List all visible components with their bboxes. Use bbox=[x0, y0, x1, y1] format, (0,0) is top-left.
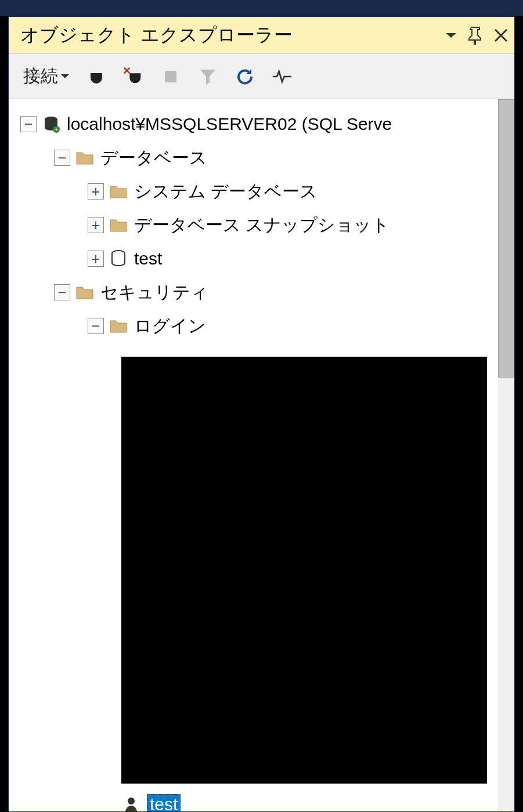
server-label: localhost¥MSSQLSERVER02 (SQL Serve bbox=[67, 114, 392, 134]
expand-icon[interactable]: + bbox=[88, 251, 104, 267]
connect-label: 接続 bbox=[23, 64, 58, 88]
collapse-icon[interactable]: − bbox=[20, 116, 37, 132]
folder-icon bbox=[75, 282, 95, 302]
tree-node-security[interactable]: − セキュリティ bbox=[9, 276, 514, 309]
system-databases-label: システム データベース bbox=[134, 180, 318, 204]
vertical-scrollbar[interactable] bbox=[498, 99, 514, 811]
close-icon[interactable] bbox=[493, 28, 508, 43]
tree-node-databases[interactable]: − データベース bbox=[9, 141, 514, 175]
stop-icon[interactable] bbox=[160, 66, 181, 87]
security-label: セキュリティ bbox=[100, 281, 208, 304]
panel-title: オブジェクト エクスプローラー bbox=[20, 23, 445, 48]
object-explorer-panel: オブジェクト エクスプローラー 接続 bbox=[8, 16, 515, 812]
tree-node-system-databases[interactable]: + システム データベース bbox=[9, 175, 514, 208]
window-top-border bbox=[0, 0, 523, 16]
dropdown-icon[interactable] bbox=[445, 31, 457, 39]
filter-icon[interactable] bbox=[197, 66, 218, 87]
collapse-icon[interactable]: − bbox=[88, 318, 104, 334]
pin-icon[interactable] bbox=[468, 26, 483, 45]
svg-rect-0 bbox=[165, 71, 176, 82]
tree-container: − localhost¥MSSQLSERVER02 (SQL Serve − デ… bbox=[9, 99, 514, 811]
tree-node-db-test[interactable]: + test bbox=[9, 242, 514, 276]
expand-icon[interactable]: + bbox=[88, 217, 104, 233]
toolbar: 接続 bbox=[9, 54, 514, 99]
connect-plug-icon[interactable] bbox=[86, 66, 107, 87]
expand-icon[interactable]: + bbox=[88, 183, 104, 200]
collapse-icon[interactable]: − bbox=[54, 150, 70, 166]
tree-node-server[interactable]: − localhost¥MSSQLSERVER02 (SQL Serve bbox=[9, 107, 514, 141]
folder-icon bbox=[109, 215, 128, 235]
server-icon bbox=[41, 114, 61, 134]
activity-monitor-icon[interactable] bbox=[272, 66, 293, 87]
scrollbar-thumb[interactable] bbox=[498, 99, 514, 378]
tree-node-logins[interactable]: − ログイン bbox=[9, 309, 514, 343]
tree: − localhost¥MSSQLSERVER02 (SQL Serve − デ… bbox=[9, 99, 514, 343]
user-icon bbox=[121, 795, 141, 811]
folder-icon bbox=[109, 182, 128, 201]
login-test-label: test bbox=[147, 794, 181, 811]
tree-node-database-snapshots[interactable]: + データベース スナップショット bbox=[9, 208, 514, 242]
titlebar-buttons bbox=[445, 26, 508, 45]
disconnect-plug-icon[interactable] bbox=[123, 66, 144, 87]
folder-icon bbox=[75, 148, 95, 168]
collapse-icon[interactable]: − bbox=[54, 284, 70, 300]
db-test-label: test bbox=[134, 249, 162, 269]
database-snapshots-label: データベース スナップショット bbox=[134, 213, 389, 237]
refresh-icon[interactable] bbox=[235, 66, 255, 87]
logins-label: ログイン bbox=[134, 314, 206, 338]
panel-titlebar: オブジェクト エクスプローラー bbox=[9, 17, 514, 54]
svg-point-4 bbox=[128, 798, 135, 804]
databases-label: データベース bbox=[100, 146, 207, 170]
database-icon bbox=[109, 249, 128, 269]
connect-button[interactable]: 接続 bbox=[23, 64, 70, 88]
tree-node-login-test[interactable]: test bbox=[121, 791, 181, 811]
redacted-area bbox=[121, 357, 487, 784]
folder-icon bbox=[109, 316, 128, 336]
